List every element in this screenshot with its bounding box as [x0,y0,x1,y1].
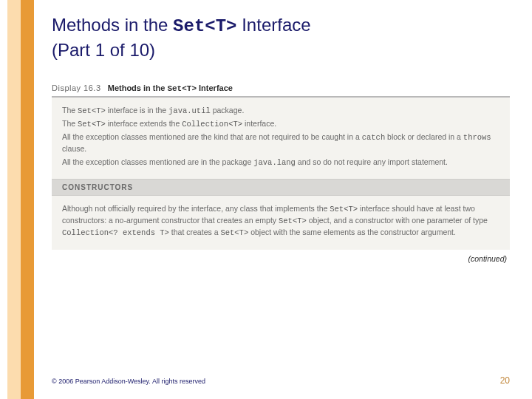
title-prefix: Methods in the [52,15,173,35]
t: The [62,119,78,128]
copyright: © 2006 Pearson Addison-Wesley. All right… [52,378,205,385]
t: object with the same elements as the con… [248,228,456,236]
t: All the exception classes mentioned are … [62,132,362,141]
t: All the exception classes mentioned are … [62,157,253,166]
t: java.lang [253,158,296,167]
t: package. [211,106,245,115]
constructors-text: Although not officially required by the … [52,196,510,250]
t: The [62,106,78,115]
t: interface. [242,119,276,128]
t: that creates a [169,228,220,236]
t: interface is in the [106,106,168,115]
display-heading-code: Set<T> [167,84,197,93]
t: catch [362,133,386,142]
t: Set<T> [78,120,106,129]
continued-label: (continued) [52,250,510,263]
slide-page: Methods in the Set<T> Interface (Part 1 … [0,0,532,399]
t: Set<T> [330,205,358,214]
display-header: Display 16.3 Methods in the Set<T> Inter… [52,83,510,98]
title-code: Set<T> [173,16,236,36]
t: interface extends the [106,119,182,128]
t: Set<T> [279,216,307,225]
display-block: Display 16.3 Methods in the Set<T> Inter… [52,83,510,263]
t: object, and a constructor with one param… [307,216,488,225]
slide-title: Methods in the Set<T> Interface (Part 1 … [52,13,510,63]
section-constructors: CONSTRUCTORS [52,179,510,196]
title-line2: (Part 1 of 10) [52,40,155,60]
t: Set<T> [220,228,248,237]
display-heading-prefix: Methods in the [108,83,168,92]
footer: © 2006 Pearson Addison-Wesley. All right… [52,375,510,386]
intro-text: The Set<T> interface is in the java.util… [52,98,510,179]
display-heading-suffix: Interface [197,83,233,92]
t: java.util [168,106,211,115]
t: throws [463,133,491,142]
t: Collection<? extends T> [62,228,169,237]
accent-bar [0,0,38,399]
t: Collection<T> [182,120,242,129]
t: block or declared in a [385,132,463,141]
t: and so do not require any import stateme… [296,157,448,166]
display-number: Display 16.3 [52,83,101,92]
t: Although not officially required by the … [62,204,330,213]
title-suffix: Interface [237,15,311,35]
t: clause. [62,144,86,153]
page-number: 20 [500,375,510,386]
content-area: Methods in the Set<T> Interface (Part 1 … [52,13,510,263]
t: Set<T> [78,106,106,115]
